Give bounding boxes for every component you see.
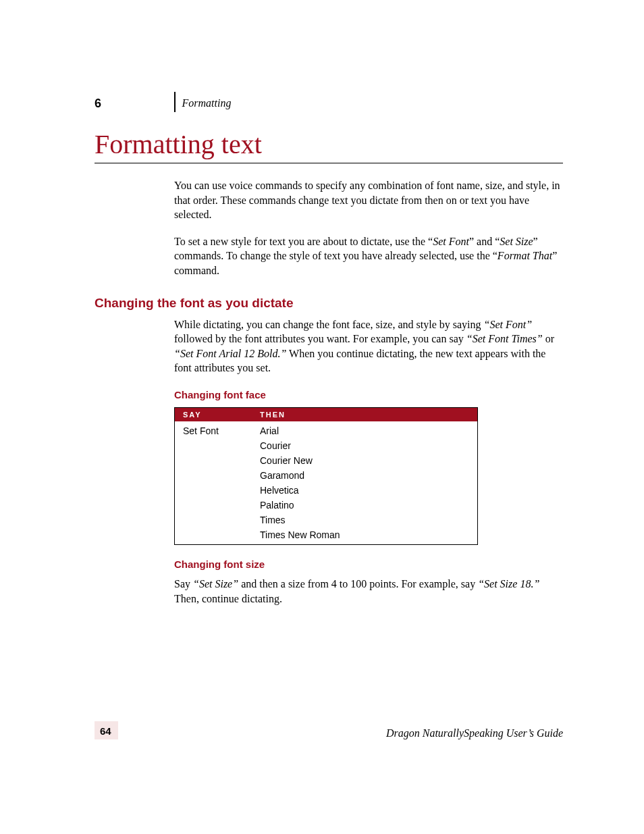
- command-format-that: Format That: [498, 250, 552, 261]
- table-row: Courier: [175, 438, 478, 453]
- text: Then, continue dictating.: [174, 593, 282, 604]
- section1-block: While dictating, you can change the font…: [174, 317, 563, 606]
- font-face-table: Say Then Set Font Arial Courier Courier …: [174, 407, 478, 545]
- command-example: “Set Size”: [193, 578, 238, 590]
- text: While dictating, you can change the font…: [174, 319, 484, 330]
- command-example: “Set Font Arial 12 Bold.”: [174, 348, 286, 359]
- text: To set a new style for text you are abou…: [174, 236, 433, 247]
- title-rule: [95, 163, 563, 163]
- page-title: Formatting text: [95, 128, 563, 160]
- table-caption-font-face: Changing font face: [174, 389, 563, 400]
- then-cell: Courier: [252, 438, 478, 453]
- then-cell: Times: [252, 513, 478, 527]
- then-cell: Arial: [252, 421, 478, 438]
- table-row: Courier New: [175, 453, 478, 468]
- section-heading-changing-font: Changing the font as you dictate: [95, 296, 563, 311]
- section2-paragraph: Say “Set Size” and then a size from 4 to…: [174, 577, 563, 606]
- intro-paragraph-1: You can use voice commands to specify an…: [174, 178, 563, 222]
- header-divider: [174, 92, 176, 112]
- table-row: Set Font Arial: [175, 421, 478, 438]
- chapter-name: Formatting: [182, 97, 232, 109]
- table-row: Times: [175, 513, 478, 527]
- command-example: “Set Font Times”: [466, 333, 543, 344]
- say-cell-empty: [175, 498, 252, 513]
- text: and then a size from 4 to 100 points. Fo…: [238, 578, 478, 590]
- then-cell: Times New Roman: [252, 527, 478, 545]
- command-set-font: Set Font: [433, 236, 469, 247]
- say-cell-empty: [175, 468, 252, 483]
- table-row: Helvetica: [175, 483, 478, 498]
- say-cell-empty: [175, 513, 252, 527]
- say-cell-empty: [175, 483, 252, 498]
- then-cell: Garamond: [252, 468, 478, 483]
- table-row: Times New Roman: [175, 527, 478, 545]
- say-cell-empty: [175, 453, 252, 468]
- say-cell-empty: [175, 527, 252, 545]
- page: 6 Formatting Formatting text You can use…: [0, 0, 644, 834]
- column-header-then: Then: [252, 407, 478, 421]
- page-footer: 64 Dragon NaturallySpeaking User’s Guide: [95, 721, 563, 739]
- say-cell: Set Font: [175, 421, 252, 438]
- command-example: “Set Font”: [484, 319, 533, 330]
- running-header: 6 Formatting: [95, 95, 563, 112]
- table-header-row: Say Then: [175, 407, 478, 421]
- section1-paragraph: While dictating, you can change the font…: [174, 317, 563, 375]
- intro-block: You can use voice commands to specify an…: [174, 178, 563, 278]
- text: Say: [174, 578, 193, 590]
- column-header-say: Say: [175, 407, 252, 421]
- text: or: [543, 333, 554, 344]
- then-cell: Helvetica: [252, 483, 478, 498]
- say-cell-empty: [175, 438, 252, 453]
- sub-heading-font-size: Changing font size: [174, 558, 563, 570]
- table-row: Garamond: [175, 468, 478, 483]
- then-cell: Palatino: [252, 498, 478, 513]
- text: ” and “: [469, 236, 500, 247]
- footer-book-title: Dragon NaturallySpeaking User’s Guide: [386, 727, 563, 739]
- intro-paragraph-2: To set a new style for text you are abou…: [174, 234, 563, 278]
- table-row: Palatino: [175, 498, 478, 513]
- command-set-size: Set Size: [500, 236, 533, 247]
- page-number: 64: [95, 721, 118, 739]
- text: followed by the font attributes you want…: [174, 333, 466, 344]
- then-cell: Courier New: [252, 453, 478, 468]
- chapter-number: 6: [95, 97, 174, 111]
- command-example: “Set Size 18.”: [478, 578, 539, 590]
